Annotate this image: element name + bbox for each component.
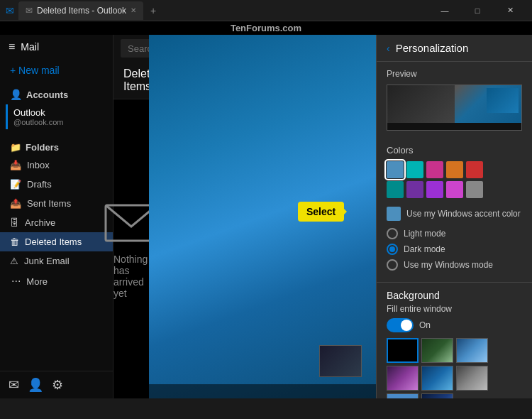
tab-close-btn[interactable]: ✕ (131, 6, 136, 14)
bg-blue[interactable] (456, 338, 488, 363)
color-gray[interactable] (466, 181, 483, 198)
color-dark-teal[interactable] (387, 181, 404, 198)
new-mail-btn[interactable]: + New mail (0, 59, 113, 82)
fill-toggle[interactable] (387, 318, 414, 332)
archive-icon: 🗄 (10, 217, 19, 228)
folder-inbox[interactable]: 📥 Inbox (0, 156, 113, 175)
accounts-label: 👤 Accounts (10, 89, 103, 100)
color-dark-purple[interactable] (406, 181, 423, 198)
title-bar-icon: ✉ (6, 5, 14, 16)
watermark: TenForums.com (0, 21, 532, 35)
settings-header: ‹ Personalization (377, 35, 532, 62)
color-pink[interactable] (426, 161, 443, 178)
desktop-window (319, 345, 362, 377)
bg-purple[interactable] (387, 366, 419, 391)
light-mode-label: Light mode (404, 229, 445, 239)
dark-radio-dot (389, 246, 395, 252)
color-purple[interactable] (426, 181, 443, 198)
mode-options: Light mode Dark mode Use my Windows mode (387, 228, 522, 271)
color-orange[interactable] (446, 161, 463, 178)
mail-empty-state: Nothing has arrived yet (113, 99, 149, 398)
tab-title: Deleted Items - Outlook (37, 6, 126, 16)
new-tab-btn[interactable]: + (146, 4, 160, 18)
mail-content: 🔍 🔄 ⚙ Deleted Items All ▾ Nothing has ar… (113, 35, 149, 398)
colors-label: Colors (387, 145, 522, 156)
bg-black[interactable] (387, 338, 419, 363)
light-mode-option[interactable]: Light mode (387, 228, 522, 239)
accent-color-option[interactable]: Use my Windows accent color (387, 204, 522, 224)
select-tooltip: Select (298, 202, 344, 222)
bg-forest[interactable] (421, 338, 453, 363)
bg-gray[interactable] (456, 366, 488, 391)
background-title: Background (387, 290, 522, 301)
app-title: Mail (21, 41, 39, 53)
folder-drafts[interactable]: 📝 Drafts (0, 175, 113, 194)
empty-message: Nothing has arrived yet (113, 254, 149, 299)
dark-radio (387, 244, 398, 255)
account-name: Outlook (13, 107, 101, 118)
accent-label: Use my Windows accent color (406, 209, 521, 219)
window-controls: — □ ✕ (428, 0, 526, 21)
junk-icon: ⚠ (10, 256, 18, 266)
fill-toggle-row: On (387, 318, 522, 332)
menu-icon[interactable]: ≡ (9, 40, 15, 53)
bg-dark-blue[interactable] (421, 393, 453, 398)
accent-swatch (387, 207, 401, 221)
preview-taskbar (387, 123, 521, 130)
sidebar-bottom: ✉ 👤 ⚙ (0, 371, 113, 398)
color-light-purple[interactable] (446, 181, 463, 198)
mail-bottom-icon[interactable]: ✉ (9, 377, 19, 393)
app-layout: ≡ Mail + New mail 👤 Accounts Outlook @ou… (0, 35, 532, 398)
sidebar: ≡ Mail + New mail 👤 Accounts Outlook @ou… (0, 35, 113, 398)
folder-more[interactable]: ··· More (0, 271, 113, 292)
sent-icon: 📤 (10, 198, 21, 209)
bg-blue2[interactable] (421, 366, 453, 391)
background-section: Background Fill entire window On (377, 282, 532, 398)
folder-archive[interactable]: 🗄 Archive (0, 213, 113, 232)
settings-icon[interactable]: ⚙ (52, 377, 63, 393)
toggle-knob (401, 320, 412, 331)
people-icon[interactable]: 👤 (28, 377, 43, 393)
inbox-icon: 📥 (10, 160, 21, 170)
minimize-btn[interactable]: — (428, 0, 461, 21)
dark-mode-option[interactable]: Dark mode (387, 244, 522, 255)
settings-title: Personalization (396, 42, 469, 54)
preview-window (487, 88, 519, 113)
title-bar: ✉ ✉ Deleted Items - Outlook ✕ + — □ ✕ (0, 0, 532, 21)
background-thumbnails (387, 338, 522, 398)
folders-section: 📁 Folders (0, 135, 113, 156)
fill-window-label: Fill entire window (387, 304, 522, 314)
color-row-2 (387, 181, 522, 198)
back-btn[interactable]: ‹ (387, 43, 390, 54)
drafts-icon: 📝 (10, 179, 21, 190)
folder-sent[interactable]: 📤 Sent Items (0, 194, 113, 213)
color-red[interactable] (466, 161, 483, 178)
mail-toolbar: 🔍 🔄 ⚙ (113, 35, 149, 62)
preview-box (387, 85, 522, 131)
windows-mode-label: Use my Windows mode (404, 260, 493, 270)
color-teal[interactable] (406, 161, 423, 178)
maximize-btn[interactable]: □ (461, 0, 494, 21)
toggle-label: On (419, 320, 431, 330)
folders-label: 📁 Folders (10, 142, 103, 153)
folder-junk[interactable]: ⚠ Junk Email (0, 251, 113, 271)
accounts-section: 👤 Accounts (0, 82, 113, 103)
deleted-icon: 🗑 (10, 236, 19, 247)
close-btn[interactable]: ✕ (494, 0, 526, 21)
color-row-1 (387, 161, 522, 178)
windows-radio (387, 259, 398, 271)
active-tab[interactable]: ✉ Deleted Items - Outlook ✕ (18, 1, 143, 20)
preview-section: Preview (377, 62, 532, 145)
color-blue[interactable] (387, 161, 404, 178)
dark-mode-label: Dark mode (404, 244, 445, 254)
more-icon: ··· (10, 275, 21, 288)
mail-header: Deleted Items All ▾ (113, 62, 149, 99)
folder-deleted[interactable]: 🗑 Deleted Items (0, 232, 113, 251)
settings-panel: ‹ Personalization Preview Colors (376, 35, 532, 398)
color-grid (387, 161, 522, 198)
account-email: @outlook.com (13, 118, 101, 126)
light-radio (387, 228, 398, 239)
bg-landscape[interactable] (387, 393, 419, 398)
windows-mode-option[interactable]: Use my Windows mode (387, 259, 522, 271)
account-item[interactable]: Outlook @outlook.com (6, 104, 107, 129)
